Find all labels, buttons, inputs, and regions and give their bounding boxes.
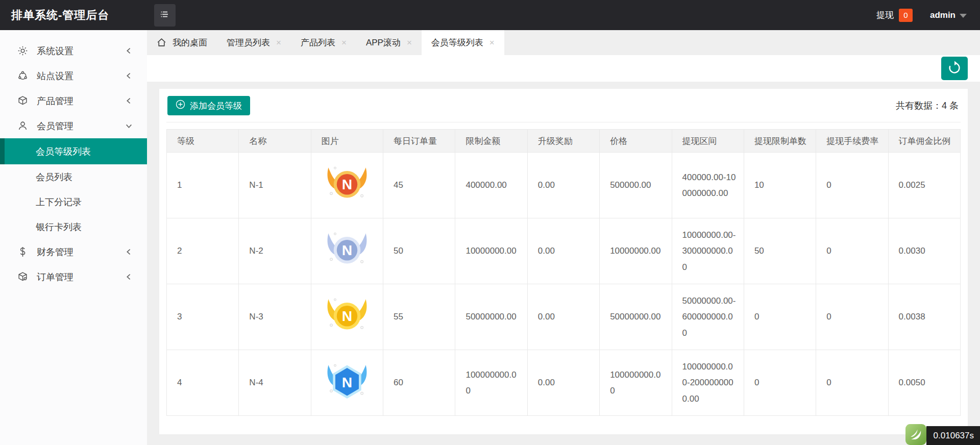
- refresh-button[interactable]: [941, 57, 968, 80]
- cell-price: 100000000.00: [600, 350, 672, 416]
- tab-bar: 我的桌面管理员列表×产品列表×APP滚动×会员等级列表×: [147, 30, 980, 55]
- sidebar-item-label: 财务管理: [37, 246, 74, 258]
- table-header-row: 等级名称图片每日订单量限制金额升级奖励价格提现区间提现限制单数提现手续费率订单佣…: [167, 130, 961, 153]
- home-icon: [157, 38, 166, 47]
- column-header: 等级: [167, 130, 239, 153]
- withdraw-label: 提现: [876, 9, 894, 21]
- sidebar-subitem-会员列表[interactable]: 会员列表: [0, 164, 147, 189]
- levels-table: 等级名称图片每日订单量限制金额升级奖励价格提现区间提现限制单数提现手续费率订单佣…: [166, 129, 961, 416]
- cell-name: N-2: [239, 218, 311, 284]
- column-header: 提现手续费率: [816, 130, 888, 153]
- tab-label: 我的桌面: [173, 37, 207, 48]
- sidebar-subitem-会员等级列表[interactable]: 会员等级列表: [0, 138, 147, 164]
- cell-name: N-3: [239, 284, 311, 350]
- cell-price: 10000000.00: [600, 218, 672, 284]
- cell-commission: 0.0025: [888, 153, 960, 218]
- refresh-icon: [947, 61, 962, 77]
- username-label: admin: [930, 10, 955, 20]
- sidebar-item-站点设置[interactable]: 站点设置: [0, 63, 147, 88]
- content-panel: 添加会员等级 共有数据：4 条 等级名称图片每日订单量限制金额升级奖励价格提现区…: [159, 89, 968, 434]
- cell-range: 50000000.00-600000000.00: [672, 284, 744, 350]
- withdraw-count-badge[interactable]: 0: [899, 9, 913, 22]
- column-header: 限制金额: [455, 130, 527, 153]
- tab-close-icon[interactable]: ×: [276, 38, 281, 48]
- header-right: 提现 0 admin: [876, 9, 980, 22]
- cell-image: N: [311, 218, 383, 284]
- sidebar-item-财务管理[interactable]: 财务管理: [0, 239, 147, 264]
- sidebar-nav: 系统设置站点设置产品管理会员管理会员等级列表会员列表上下分记录银行卡列表财务管理…: [0, 30, 147, 445]
- sidebar-subitem-label: 会员等级列表: [36, 145, 91, 158]
- chevron-left-icon: [125, 72, 133, 80]
- render-time-badge: 0.010637s: [926, 426, 980, 445]
- tab-会员等级列表[interactable]: 会员等级列表×: [422, 30, 504, 55]
- product-icon: [17, 95, 28, 107]
- add-level-button[interactable]: 添加会员等级: [167, 96, 250, 115]
- sidebar-item-订单管理[interactable]: 订单管理: [0, 264, 147, 289]
- tab-close-icon[interactable]: ×: [341, 38, 347, 48]
- tab-管理员列表[interactable]: 管理员列表×: [217, 30, 291, 55]
- cell-fee_rate: 0: [816, 153, 888, 218]
- sidebar-toggle-button[interactable]: [154, 4, 176, 27]
- member-icon: [17, 120, 28, 132]
- sidebar-subitem-上下分记录[interactable]: 上下分记录: [0, 189, 147, 214]
- tab-close-icon[interactable]: ×: [489, 38, 495, 48]
- level-badge-image: N: [323, 228, 371, 269]
- cell-fee_rate: 0: [816, 350, 888, 416]
- cell-level: 2: [167, 218, 239, 284]
- cell-range: 400000.00-100000000.00: [672, 153, 744, 218]
- app-title: 排单系统-管理后台: [0, 8, 147, 23]
- sidebar-item-会员管理[interactable]: 会员管理: [0, 113, 147, 138]
- cell-limit: 10000000.00: [455, 218, 527, 284]
- table-row: 2N-2 N 5010000000.000.0010000000.0010000…: [167, 218, 961, 284]
- tab-APP滚动[interactable]: APP滚动×: [356, 30, 422, 55]
- content-toolstrip: [147, 55, 980, 82]
- column-header: 提现区间: [672, 130, 744, 153]
- chevron-down-icon: [960, 14, 967, 18]
- tab-label: 会员等级列表: [431, 37, 483, 48]
- column-header: 名称: [239, 130, 311, 153]
- gear-icon: [17, 45, 28, 57]
- cell-image: N: [311, 284, 383, 350]
- column-header: 每日订单量: [383, 130, 455, 153]
- cell-name: N-1: [239, 153, 311, 218]
- tab-label: 管理员列表: [227, 37, 270, 48]
- sidebar-item-产品管理[interactable]: 产品管理: [0, 88, 147, 113]
- table-row: 4N-4 N 60100000000.000.00100000000.00100…: [167, 350, 961, 416]
- sidebar-item-系统设置[interactable]: 系统设置: [0, 38, 147, 63]
- cell-daily: 60: [383, 350, 455, 416]
- cell-level: 3: [167, 284, 239, 350]
- chevron-left-icon: [125, 273, 133, 281]
- cell-price: 50000000.00: [600, 284, 672, 350]
- user-menu[interactable]: admin: [930, 10, 967, 20]
- sidebar-subitem-银行卡列表[interactable]: 银行卡列表: [0, 214, 147, 239]
- sidebar-item-label: 站点设置: [37, 70, 74, 82]
- cell-limit: 400000.00: [455, 153, 527, 218]
- cell-level: 4: [167, 350, 239, 416]
- svg-text:N: N: [342, 176, 352, 192]
- table-row: 3N-3 N 5550000000.000.0050000000.0050000…: [167, 284, 961, 350]
- tab-label: 产品列表: [301, 37, 335, 48]
- site-icon: [17, 70, 28, 82]
- sidebar-item-label: 系统设置: [37, 45, 74, 57]
- cell-image: N: [311, 153, 383, 218]
- column-header: 价格: [600, 130, 672, 153]
- table-row: 1N-1 N 45400000.000.00500000.00400000.00…: [167, 153, 961, 218]
- cell-level: 1: [167, 153, 239, 218]
- cell-name: N-4: [239, 350, 311, 416]
- table-toolbar: 添加会员等级 共有数据：4 条: [166, 89, 961, 122]
- chevron-down-icon: [125, 122, 133, 130]
- cell-commission: 0.0050: [888, 350, 960, 416]
- cell-withdraw_limit: 10: [744, 153, 816, 218]
- tab-label: APP滚动: [366, 37, 401, 48]
- tab-产品列表[interactable]: 产品列表×: [291, 30, 356, 55]
- cell-commission: 0.0030: [888, 218, 960, 284]
- finance-icon: [17, 246, 28, 258]
- tab-close-icon[interactable]: ×: [407, 38, 412, 48]
- column-header: 订单佣金比例: [888, 130, 960, 153]
- sidebar-subitem-label: 银行卡列表: [36, 221, 82, 233]
- chevron-left-icon: [125, 47, 133, 55]
- cell-price: 500000.00: [600, 153, 672, 218]
- tab-我的桌面[interactable]: 我的桌面: [147, 30, 217, 55]
- column-header: 图片: [311, 130, 383, 153]
- thinkphp-leaf-icon: [905, 424, 926, 445]
